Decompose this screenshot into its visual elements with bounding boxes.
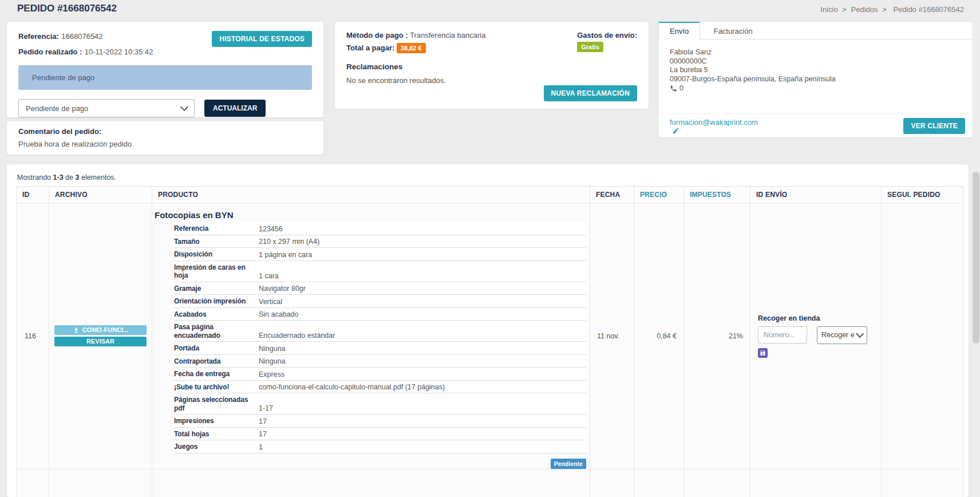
detail-value: Encuadernado estándar: [259, 321, 586, 342]
order-status-banner: Pendiente de pago: [18, 65, 312, 90]
item-price: [634, 469, 684, 497]
new-claim-button[interactable]: NUEVA RECLAMACIÓN: [544, 85, 637, 101]
breadcrumb-current: Pedido #1668076542: [893, 5, 964, 14]
download-icon: [73, 327, 80, 334]
shipping-free-badge: Gratis: [577, 42, 603, 52]
item-file-cell: COMO-FUNCI... REVISAR: [49, 203, 152, 470]
item-date: [590, 469, 634, 497]
detail-label: Juegos: [174, 440, 259, 453]
address-dni: 00000000C: [670, 57, 962, 66]
product-title: Fotocopias en BYN: [155, 210, 585, 220]
tab-envio[interactable]: Envío: [658, 22, 700, 41]
status-history-button[interactable]: HISTORIAL DE ESTADOS: [212, 31, 312, 47]
claims-empty-text: No se encontraron resultados.: [346, 76, 637, 85]
comment-text: Prueba hora de realización pedido: [18, 140, 312, 148]
detail-label: Acabados: [174, 307, 259, 321]
detail-label: Orientación impresión: [174, 295, 259, 308]
table-row: Caramelera metacrilato ReferenciaNCT6X8G…: [17, 469, 963, 497]
col-header-fecha: FECHA: [590, 187, 634, 203]
carrier-select-value: Recoger e: [821, 331, 857, 339]
col-header-segui-pedido: SEGUI. PEDIDO: [882, 187, 963, 203]
download-file-button[interactable]: COMO-FUNCI...: [54, 325, 147, 335]
order-status-card: Referencia: 1668076542 Pedido realizado …: [7, 22, 323, 117]
total-to-pay: Total a pagar: 38,82 €: [346, 43, 485, 53]
claims-title: Reclamaciones: [346, 62, 637, 71]
detail-label: Total hojas: [174, 427, 259, 440]
scrollbar-thumb[interactable]: [973, 172, 979, 344]
item-id: 116: [17, 203, 49, 470]
shipping-method-label: Recoger en tienda: [758, 314, 874, 322]
tab-facturacion[interactable]: Facturación: [703, 23, 764, 40]
item-shipping-cell: Recoger en tienda: [750, 469, 882, 497]
payment-method-label: Método de pago :: [346, 31, 408, 40]
detail-label: Impresión de caras en hoja: [174, 261, 259, 282]
chevron-down-icon: [180, 103, 188, 111]
col-header-precio[interactable]: PRECIO: [634, 187, 684, 203]
customer-email-wrap: formacion@wakaprint.com: [670, 117, 758, 135]
placed-value: 10-11-2022 10:35:42: [85, 48, 153, 56]
table-header-row: ID ARCHIVO PRODUCTO FECHA PRECIO IMPUEST…: [17, 187, 963, 203]
tracking-number-input[interactable]: [758, 326, 807, 344]
detail-value: como-funciona-el-calculo-capitulo-manual…: [259, 380, 586, 393]
detail-label: Páginas seleccionadas pdf: [174, 393, 259, 415]
total-label: Total a pagar:: [346, 44, 394, 52]
edit-email-icon[interactable]: [672, 127, 679, 135]
detail-value: 123456: [259, 222, 586, 235]
item-date: 11 nov.: [590, 203, 634, 470]
detail-label: Tamaño: [174, 235, 259, 248]
page-title: PEDIDO #1668076542: [17, 3, 117, 14]
col-header-impuestos[interactable]: IMPUESTOS: [684, 187, 750, 203]
comment-title: Comentario del pedido:: [18, 127, 312, 136]
order-comment-card: Comentario del pedido: Prueba hora de re…: [7, 121, 323, 155]
detail-label: Contraportada: [174, 354, 259, 368]
detail-label: Pasa página encuadernado: [174, 321, 259, 342]
product-details-table: Referencia123456 Tamaño210 x 297 mm (A4)…: [174, 222, 586, 453]
reference-label: Referencia:: [18, 32, 59, 41]
detail-label: Fecha de entrega: [174, 368, 259, 381]
shipping-cost: Gastos de envío: Gratis: [577, 31, 637, 52]
detail-label: Gramaje: [174, 282, 259, 295]
order-status-select-value: Pendiente de pago: [26, 104, 88, 113]
shipping-cost-label: Gastos de envío:: [577, 31, 637, 40]
item-tracking-cell: [882, 469, 963, 497]
breadcrumb-orders[interactable]: Pedidos: [851, 5, 878, 14]
save-shipping-button[interactable]: [758, 348, 768, 358]
shipping-address: Fabiola Sanz 00000000C La bureba 5 09007…: [658, 40, 973, 93]
detail-value: 1 página en cara: [259, 248, 586, 261]
breadcrumb-home[interactable]: Inicio: [820, 5, 837, 14]
item-tax: [684, 469, 750, 497]
update-status-button[interactable]: ACTUALIZAR: [204, 100, 266, 117]
payment-card: Método de pago : Transferencia bancaria …: [335, 22, 649, 109]
item-file-cell: [49, 469, 152, 497]
item-tracking-cell: [882, 203, 963, 470]
detail-value: 1-17: [259, 393, 586, 415]
total-amount-badge: 38,82 €: [397, 43, 426, 53]
detail-value: Ninguna: [259, 342, 586, 355]
col-header-archivo: ARCHIVO: [49, 187, 152, 203]
reference-value: 1668076542: [61, 32, 102, 41]
address-street: La bureba 5: [670, 66, 962, 75]
order-reference: Referencia: 1668076542: [18, 31, 153, 41]
carrier-select[interactable]: Recoger e: [817, 326, 867, 344]
col-header-producto: PRODUCTO: [152, 187, 590, 203]
view-client-button[interactable]: VER CLIENTE: [903, 118, 965, 134]
results-summary: Mostrando 1-3 de 3 elementos.: [17, 173, 962, 182]
col-header-id-envio: ID ENVÍO: [750, 187, 882, 203]
review-file-button[interactable]: REVISAR: [54, 337, 147, 346]
item-status-badge: Pendiente: [551, 459, 586, 469]
detail-label: Disposición: [174, 248, 259, 261]
table-row: 116 COMO-FUNCI... REVISAR Fotocopias en …: [17, 203, 963, 470]
address-tabbar: Envío Facturación: [658, 22, 973, 40]
order-items-card: Mostrando 1-3 de 3 elementos. ID ARCHIVO…: [7, 164, 969, 497]
customer-email-link[interactable]: formacion@wakaprint.com: [670, 118, 758, 127]
order-detail-page: PEDIDO #1668076542 Inicio > Pedidos > Pe…: [0, 0, 980, 497]
scrollbar-track: [972, 0, 980, 497]
detail-value: 210 x 297 mm (A4): [259, 235, 586, 248]
item-shipping-cell: Recoger en tienda Recoger e: [750, 203, 882, 470]
address-phone: 0: [670, 84, 962, 93]
detail-value: 17: [259, 415, 586, 428]
order-status-select[interactable]: Pendiente de pago: [18, 99, 195, 117]
payment-method: Método de pago : Transferencia bancaria: [346, 31, 485, 40]
detail-value: Ninguna: [259, 354, 586, 368]
col-header-id: ID: [17, 187, 49, 203]
